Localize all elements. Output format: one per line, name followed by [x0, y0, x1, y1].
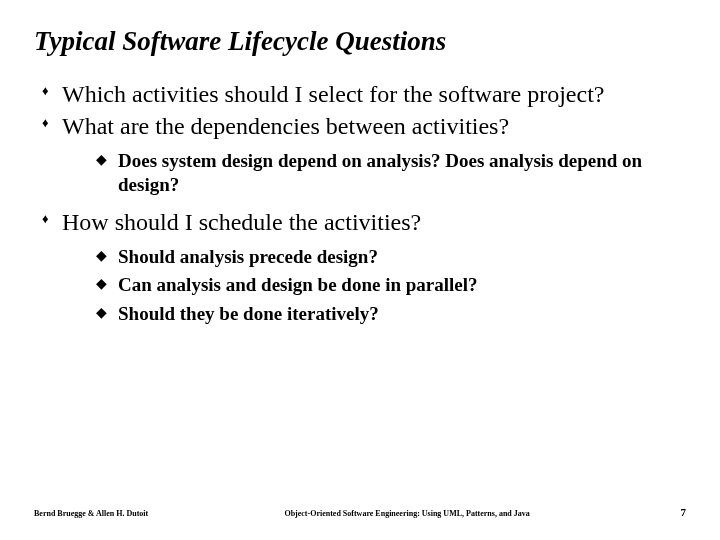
- footer-title: Object-Oriented Software Engineering: Us…: [148, 509, 666, 518]
- sub-bullet-item: Should analysis precede design?: [96, 245, 686, 269]
- bullet-text: What are the dependencies between activi…: [62, 113, 509, 139]
- bullet-item: Which activities should I select for the…: [42, 79, 686, 109]
- bullet-item: How should I schedule the activities? Sh…: [42, 207, 686, 326]
- sub-bullet-list: Does system design depend on analysis? D…: [62, 149, 686, 197]
- sub-bullet-item: Does system design depend on analysis? D…: [96, 149, 686, 197]
- bullet-list: Which activities should I select for the…: [34, 79, 686, 326]
- footer: Bernd Bruegge & Allen H. Dutoit Object-O…: [0, 506, 720, 518]
- sub-bullet-list: Should analysis precede design? Can anal…: [62, 245, 686, 326]
- sub-bullet-item: Should they be done iteratively?: [96, 302, 686, 326]
- bullet-item: What are the dependencies between activi…: [42, 111, 686, 197]
- sub-bullet-item: Can analysis and design be done in paral…: [96, 273, 686, 297]
- slide: Typical Software Lifecycle Questions Whi…: [0, 0, 720, 540]
- slide-title: Typical Software Lifecycle Questions: [34, 26, 686, 57]
- footer-author: Bernd Bruegge & Allen H. Dutoit: [34, 509, 148, 518]
- bullet-text: How should I schedule the activities?: [62, 209, 421, 235]
- page-number: 7: [666, 506, 686, 518]
